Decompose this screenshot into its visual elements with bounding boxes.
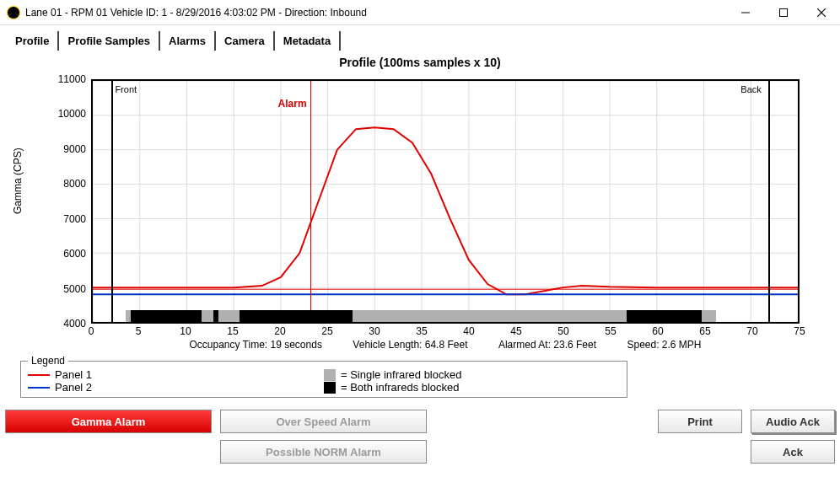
button-bar: Gamma Alarm Over Speed Alarm Possible NO… <box>5 410 835 464</box>
ir-band <box>93 310 798 322</box>
x-tick: 45 <box>510 325 521 337</box>
alarm-marker-label: Alarm <box>278 98 310 110</box>
speed: Speed: 2.6 MPH <box>627 339 701 352</box>
x-tick: 75 <box>794 325 805 337</box>
maximize-button[interactable] <box>764 0 802 25</box>
x-tick: 0 <box>89 325 94 337</box>
audio-ack-button[interactable]: Audio Ack <box>751 410 835 433</box>
front-marker-line <box>111 81 113 322</box>
back-marker-label: Back <box>740 84 761 94</box>
panel2-swatch <box>28 387 50 389</box>
legend-panel1: Panel 1 <box>55 368 92 381</box>
x-tick: 5 <box>136 325 142 337</box>
tab-strip: Profile Profile Samples Alarms Camera Me… <box>0 25 840 51</box>
y-axis: 4000500060007000800090001000011000 <box>49 79 89 324</box>
y-tick: 5000 <box>63 283 86 295</box>
window-title: Lane 01 - RPM 01 Vehicle ID: 1 - 8/29/20… <box>25 7 367 19</box>
ir-segment-both <box>131 310 202 322</box>
possible-norm-alarm-button[interactable]: Possible NORM Alarm <box>220 440 427 464</box>
radiation-icon <box>7 6 20 19</box>
over-speed-alarm-button[interactable]: Over Speed Alarm <box>220 410 427 433</box>
tab-profile-samples[interactable]: Profile Samples <box>59 31 160 51</box>
tab-alarms[interactable]: Alarms <box>160 31 216 51</box>
plot-area: Front Back Alarm <box>91 79 800 324</box>
x-tick: 60 <box>652 325 663 337</box>
x-tick: 25 <box>321 325 332 337</box>
svg-rect-3 <box>779 8 787 16</box>
x-tick: 20 <box>274 325 285 337</box>
alarm-marker-line <box>310 81 312 322</box>
y-tick: 7000 <box>63 213 86 225</box>
minimize-button[interactable] <box>726 0 764 25</box>
x-axis: 051015202530354045505560657075 <box>91 325 800 339</box>
y-tick: 10000 <box>58 108 86 120</box>
ir-segment-both <box>240 310 353 322</box>
panel1-swatch <box>28 374 50 376</box>
tab-profile[interactable]: Profile <box>13 31 59 51</box>
x-tick: 50 <box>557 325 568 337</box>
y-tick: 8000 <box>63 178 86 190</box>
close-button[interactable] <box>802 0 840 25</box>
chart-title: Profile (100ms samples x 10) <box>10 56 830 69</box>
single-ir-swatch <box>324 369 336 381</box>
x-tick: 55 <box>605 325 616 337</box>
y-tick: 9000 <box>63 143 86 155</box>
tab-metadata[interactable]: Metadata <box>275 31 341 51</box>
legend: Legend Panel 1 = Single infrared blocked… <box>20 361 627 398</box>
y-tick: 6000 <box>63 248 86 260</box>
x-tick: 10 <box>180 325 191 337</box>
x-tick: 65 <box>699 325 710 337</box>
alarmed-at: Alarmed At: 23.6 Feet <box>498 339 596 352</box>
tab-camera[interactable]: Camera <box>216 31 275 51</box>
x-tick: 15 <box>227 325 238 337</box>
ir-segment-both <box>213 310 218 322</box>
y-tick: 4000 <box>63 318 86 330</box>
back-marker-line <box>768 81 770 322</box>
x-tick: 40 <box>463 325 474 337</box>
chart-info-row: Occupancy Time: 19 seconds Vehicle Lengt… <box>91 339 800 352</box>
y-tick: 11000 <box>58 73 86 85</box>
svg-point-1 <box>13 11 15 13</box>
gamma-alarm-button[interactable]: Gamma Alarm <box>5 410 212 433</box>
ack-button[interactable]: Ack <box>751 440 835 464</box>
legend-both-ir: = Both infrareds blocked <box>341 381 460 394</box>
x-tick: 70 <box>746 325 757 337</box>
window-titlebar: Lane 01 - RPM 01 Vehicle ID: 1 - 8/29/20… <box>0 0 840 25</box>
front-marker-label: Front <box>115 84 137 94</box>
print-button[interactable]: Print <box>658 410 742 433</box>
both-ir-swatch <box>324 382 336 394</box>
content-area: Profile (100ms samples x 10) Gamma (CPS)… <box>0 51 840 401</box>
legend-panel2: Panel 2 <box>55 381 92 394</box>
x-tick: 30 <box>369 325 380 337</box>
y-axis-label: Gamma (CPS) <box>12 147 24 214</box>
occupancy-time: Occupancy Time: 19 seconds <box>189 339 321 352</box>
vehicle-length: Vehicle Length: 64.8 Feet <box>353 339 467 352</box>
chart: Gamma (CPS) 4000500060007000800090001000… <box>15 71 825 357</box>
legend-single-ir: = Single infrared blocked <box>341 368 461 381</box>
legend-label: Legend <box>28 355 68 367</box>
ir-segment-both <box>627 310 703 322</box>
x-tick: 35 <box>416 325 427 337</box>
